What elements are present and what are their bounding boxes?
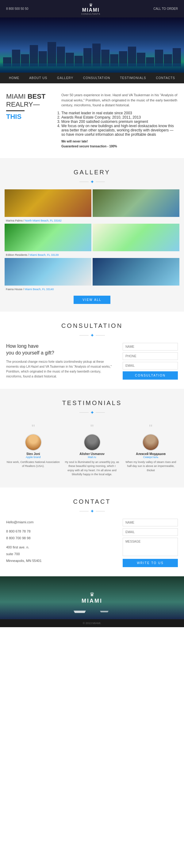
testimonial-text-2: Hy soul is illuminated by an unearthly j… (65, 460, 119, 477)
footer-logo-name: MIAMI (82, 598, 102, 604)
contact-addr-1: 400 first ave. n. (6, 544, 117, 551)
contact-message-input[interactable] (123, 538, 178, 556)
consultation-title: CONSULTATION (0, 315, 184, 331)
consultation-email-input[interactable] (123, 362, 178, 370)
gallery-section: GALLERY ✦ Marina Palms / North Miami Bea… (0, 158, 184, 312)
testimonials-title: TESTIMONIALS (0, 392, 184, 408)
quote-icon-1: " (6, 423, 60, 432)
testimonials-grid: " Stev Joni Apple brand Nice work, Certi… (0, 420, 184, 480)
testimonial-role-3: Северсталь (124, 456, 178, 459)
gallery-item-4[interactable] (93, 224, 179, 251)
gallery-caption-row-2: Edition Residents / Miami Beach, FL 3313… (5, 252, 179, 257)
nav-testimonials[interactable]: TESTIMONIALS (115, 73, 151, 83)
contact-section: CONTACT ✦ Hello@miami.com 8 800 678 78 7… (0, 488, 184, 576)
copyright: © 2013 MIAMI. (83, 622, 101, 625)
divider-icon-3: ✦ (90, 410, 94, 415)
consultation-content: How long have you do yourself a gift? Th… (0, 343, 184, 380)
contact-phone-1: 8 800 678 78 78 (6, 528, 117, 535)
contact-email-input[interactable] (123, 528, 178, 536)
gallery-divider: ✦ (0, 179, 184, 185)
top-bar: 8 800 500 50 50 ♛ MIAMI CONSULTANTS CALL… (0, 0, 184, 18)
gallery-caption-3: Faena House / Miami Beach, FL 33140 (5, 288, 54, 291)
consultation-description: The procedural change mezzo forte starts… (6, 360, 117, 379)
hero-image (0, 18, 184, 73)
gallery-item-2[interactable] (93, 189, 179, 217)
gallery-row-3 (5, 258, 179, 285)
testimonial-role-2: Mail.ru (65, 456, 119, 459)
consultation-button[interactable]: CONSULTATION (123, 371, 178, 380)
footer-boats (0, 609, 184, 613)
footer-bottom: © 2013 MIAMI. (0, 619, 184, 627)
building-6 (48, 42, 56, 66)
gallery-item-3[interactable] (5, 224, 91, 251)
hero-buildings (0, 42, 184, 66)
footer-image: ♛ MIAMI (0, 576, 184, 619)
view-all-button[interactable]: VIEW ALL (73, 296, 111, 304)
building-11 (92, 43, 100, 66)
gallery-item-5[interactable] (5, 258, 91, 285)
contact-address: 400 first ave. n. suite 700 Minneapolis,… (6, 544, 117, 564)
testimonial-text-1: Nice work, Certificates National Associa… (6, 460, 60, 468)
gallery-item-6[interactable] (93, 258, 179, 285)
gallery-caption-row-3: Faena House / Miami Beach, FL 33140 (5, 287, 179, 291)
about-left: MIAMI BEST REALRY— THIS (6, 93, 55, 149)
boat-1 (73, 609, 86, 613)
contact-phones: 8 800 678 78 78 8 800 700 98 98 (6, 528, 117, 541)
contact-email: Hello@miami.com (6, 519, 117, 525)
contact-info: Hello@miami.com 8 800 678 78 78 8 800 70… (6, 519, 117, 564)
main-nav: HOME ABOUT US GALLERY CONSULTATION TESTI… (0, 73, 184, 83)
about-list-item: More than 200 satisfied customers premiu… (61, 120, 178, 124)
about-section: MIAMI BEST REALRY— THIS Over 50 years ex… (0, 83, 184, 158)
nav-gallery[interactable]: GALLERY (52, 73, 78, 83)
about-guarantee: We will never late! Guaranteed secure tr… (61, 139, 178, 149)
gallery-link-1[interactable]: North Miami Beach, FL 33162 (25, 219, 62, 222)
contact-form: WRITE TO US (123, 519, 178, 567)
consultation-divider: ✦ (0, 333, 184, 338)
nav-about[interactable]: ABOUT US (24, 73, 52, 83)
nav-consultation[interactable]: CONSULTATION (78, 73, 115, 83)
gallery-row-2 (5, 224, 179, 251)
write-button[interactable]: WRITE TO US (123, 559, 178, 567)
avatar-img-1 (26, 434, 41, 450)
contact-content: Hello@miami.com 8 800 678 78 78 8 800 70… (0, 519, 184, 567)
nav-home[interactable]: HOME (4, 73, 24, 83)
divider-icon-2: ✦ (90, 333, 94, 338)
testimonial-card-3: " Алексей Мордашов Северсталь When my lo… (124, 423, 178, 477)
contact-title: CONTACT (0, 491, 184, 507)
gallery-link-2[interactable]: Miami Beach, FL 33139 (30, 253, 59, 256)
hero-reflection (0, 63, 184, 73)
quote-icon-3: " (124, 423, 178, 432)
contact-name-input[interactable] (123, 519, 178, 526)
consultation-left: How long have you do yourself a gift? Th… (6, 343, 117, 380)
about-list-item: Awards Real Estate Company, 2010, 2011, … (61, 115, 178, 120)
about-list: The market leader in real estate since 2… (61, 111, 178, 137)
avatar-img-3 (143, 434, 158, 450)
about-intro: Over 50 years experience in love. Hazel … (61, 93, 178, 108)
consultation-phone-input[interactable] (123, 352, 178, 360)
testimonial-text-3: When my lovely valley of steam rises and… (124, 460, 178, 473)
avatar-3 (142, 434, 159, 451)
gallery-item-1[interactable] (5, 189, 91, 217)
contact-addr-3: Minneapolis, MN 55401 (6, 557, 117, 564)
footer-crown-icon: ♛ (82, 591, 102, 598)
contact-divider: ✦ (0, 508, 184, 514)
testimonial-name-1: Stev Joni (6, 452, 60, 456)
gallery-link-3[interactable]: Miami Beach, FL 33140 (25, 288, 54, 291)
contact-left: Hello@miami.com 8 800 678 78 78 8 800 70… (6, 519, 117, 567)
consultation-name-input[interactable] (123, 343, 178, 350)
gallery-caption-2: Edition Residents / Miami Beach, FL 3313… (5, 253, 59, 256)
avatar-2 (84, 434, 100, 451)
gallery-caption-row-1: Marina Palms / North Miami Beach, FL 331… (5, 218, 179, 222)
logo-name: MIAMI (81, 7, 100, 13)
contact-phone-2: 8 800 700 98 98 (6, 535, 117, 541)
nav-contacts[interactable]: CONTACTS (151, 73, 180, 83)
divider-icon: ✦ (90, 179, 94, 185)
about-list-item: The market leader in real estate since 2… (61, 111, 178, 115)
consultation-form: CONSULTATION (123, 343, 178, 380)
logo-sub: CONSULTANTS (81, 13, 100, 15)
about-divider (6, 110, 25, 111)
footer-logo: ♛ MIAMI (82, 591, 102, 604)
gallery-row-1 (5, 189, 179, 217)
consultation-question: How long have you do yourself a gift? (6, 343, 117, 356)
testimonial-role-1: Apple brand (6, 456, 60, 459)
